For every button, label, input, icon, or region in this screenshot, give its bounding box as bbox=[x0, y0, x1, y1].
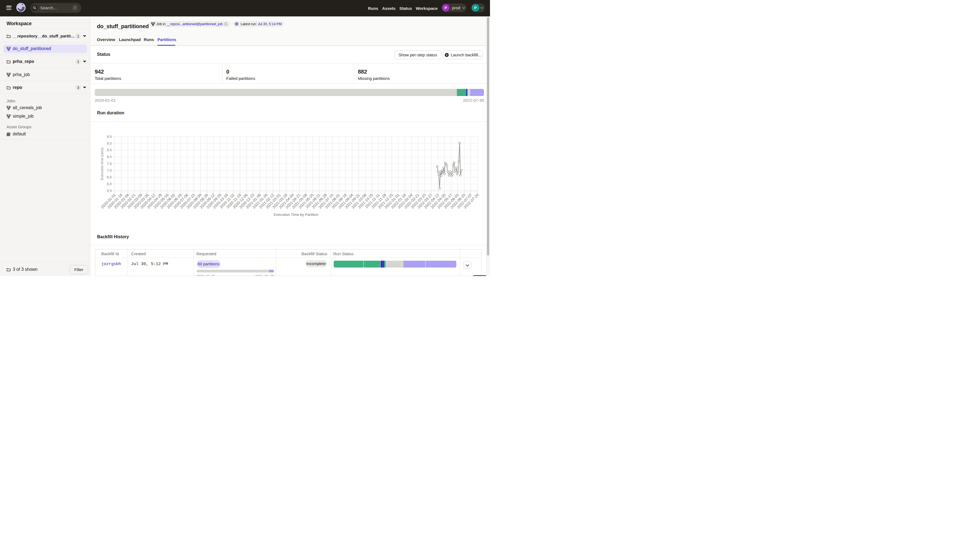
svg-text:8.0: 8.0 bbox=[107, 155, 112, 159]
svg-text:9.5: 9.5 bbox=[107, 135, 112, 139]
svg-text:9.0: 9.0 bbox=[107, 141, 112, 146]
svg-text:8.5: 8.5 bbox=[107, 148, 112, 152]
svg-text:6.5: 6.5 bbox=[107, 175, 112, 179]
svg-text:5.5: 5.5 bbox=[107, 189, 112, 193]
svg-text:7.0: 7.0 bbox=[107, 168, 112, 173]
svg-text:Execution Time by Partition: Execution Time by Partition bbox=[274, 213, 319, 217]
svg-text:7.5: 7.5 bbox=[107, 162, 112, 166]
svg-text:Execution time (secs): Execution time (secs) bbox=[100, 148, 104, 180]
svg-text:6.0: 6.0 bbox=[107, 182, 112, 186]
